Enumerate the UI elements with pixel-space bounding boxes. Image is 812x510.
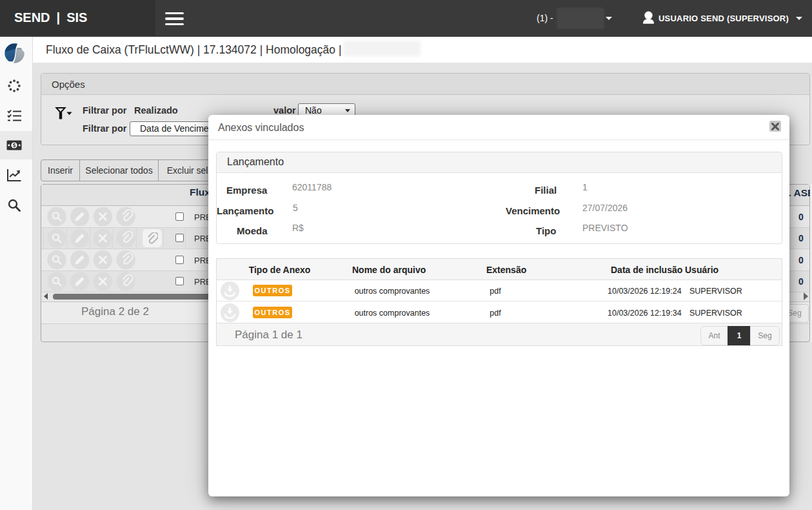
svg-text:$: $	[13, 142, 16, 148]
